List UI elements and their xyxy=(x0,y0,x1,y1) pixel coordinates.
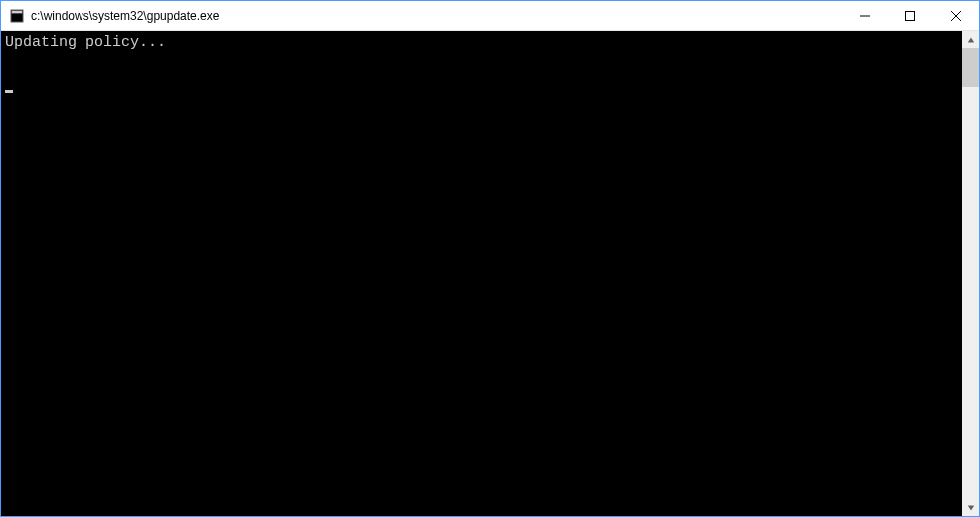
scrollbar-track[interactable] xyxy=(962,48,979,499)
scroll-up-button[interactable] xyxy=(962,31,979,48)
cursor xyxy=(5,90,13,93)
terminal-line: Updating policy... xyxy=(5,33,958,52)
terminal-output[interactable]: Updating policy... xyxy=(1,31,962,516)
content-area: Updating policy... xyxy=(1,31,979,516)
app-icon xyxy=(9,8,25,24)
svg-rect-3 xyxy=(906,11,915,20)
titlebar[interactable]: c:\windows\system32\gpupdate.exe xyxy=(1,1,979,31)
scrollbar-thumb[interactable] xyxy=(962,48,979,87)
vertical-scrollbar[interactable] xyxy=(962,31,979,516)
minimize-button[interactable] xyxy=(842,1,888,30)
window-frame: c:\windows\system32\gpupdate.exe Updatin… xyxy=(0,0,980,517)
svg-rect-1 xyxy=(12,10,23,13)
maximize-button[interactable] xyxy=(888,1,933,30)
window-title: c:\windows\system32\gpupdate.exe xyxy=(31,9,842,23)
svg-marker-6 xyxy=(967,37,973,42)
close-button[interactable] xyxy=(933,1,979,30)
window-controls xyxy=(842,1,979,30)
svg-marker-7 xyxy=(967,505,973,510)
scroll-down-button[interactable] xyxy=(962,499,979,516)
